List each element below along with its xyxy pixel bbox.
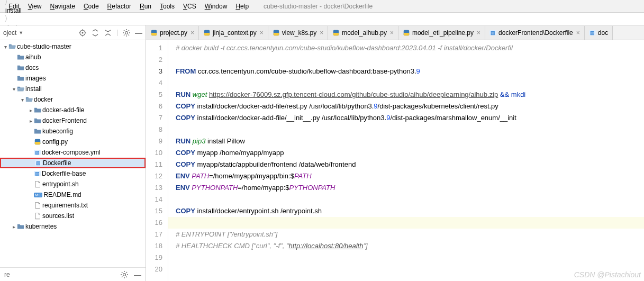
tab-doc[interactable]: ▧doc [585,26,613,40]
svg-rect-11 [151,33,157,35]
menu-refactor[interactable]: Refactor [103,2,135,11]
window-title: cube-studio-master - docker\Dockerfile [264,3,373,10]
tree-label: Dockerfile-base [42,170,86,177]
tree-label: entrypoint.sh [42,180,79,188]
tree-item-images[interactable]: images [0,73,146,84]
close-icon[interactable]: × [576,29,580,37]
svg-point-9 [123,273,126,276]
expand-icon[interactable] [91,29,99,37]
gear-icon[interactable] [122,29,131,37]
tab-label: project.py [160,29,187,37]
tree-arrow[interactable]: ▸ [28,118,34,124]
tree-arrow[interactable]: ▸ [28,107,34,113]
close-icon[interactable]: × [191,29,194,37]
tab-model-etl-pipeline-py[interactable]: model_etl_pipeline.py× [398,26,485,40]
menu-vcs[interactable]: VCS [179,2,201,11]
project-tree[interactable]: ▾cube-studio-masteraihubdocsimages▾insta… [0,40,146,267]
tab-label: dockerFrontend\Dockerfile [498,29,573,37]
tab-jinja-context-py[interactable]: jinja_context.py× [199,26,268,40]
close-icon[interactable]: × [477,29,480,37]
tree-label: Dockerfile [43,159,71,167]
menu-tools[interactable]: Tools [156,2,179,11]
svg-rect-15 [274,33,279,35]
tree-item-kubernetes[interactable]: ▸kubernetes [0,221,146,232]
menu-help[interactable]: Help [231,2,253,11]
tree-label: docker-add-file [42,106,84,114]
divider: | [116,29,118,37]
tree-label: cube-studio-master [17,43,71,50]
project-sidebar: oject ▼ | — ▾cube-studio-masteraihubdocs… [0,25,146,281]
sidebar-title: oject [3,29,16,37]
tree-item-dockerfile[interactable]: ▧Dockerfile [0,158,146,168]
tab-dockerfrontend-dockerfile[interactable]: ▧dockerFrontend\Dockerfile× [485,26,585,40]
target-icon[interactable] [78,29,87,37]
tree-label: aihub [25,53,41,61]
tree-item-config-py[interactable]: config.py [0,137,146,147]
tree-item-requirements-txt[interactable]: requirements.txt [0,200,146,211]
tree-item-docker-add-file[interactable]: ▸docker-add-file [0,105,146,115]
tab-view-k8s-py[interactable]: view_k8s.py× [268,26,328,40]
hide-icon[interactable]: — [134,270,141,279]
editor-tabs: project.py×jinja_context.py×view_k8s.py×… [146,25,644,40]
close-icon[interactable]: × [320,29,323,37]
tree-label: docs [25,64,39,71]
menu-bar: EditViewNavigateCodeRefactorRunToolsVCSW… [0,0,644,13]
tree-label: requirements.txt [42,202,88,209]
sidebar-footer: re — [0,267,146,281]
svg-rect-13 [204,33,210,35]
tree-arrow[interactable]: ▾ [2,44,8,50]
tree-item-aihub[interactable]: aihub [0,52,146,62]
tab-label: model_aihub.py [342,29,387,37]
menu-code[interactable]: Code [79,2,103,11]
tab-model-aihub-py[interactable]: model_aihub.py× [328,26,398,40]
tab-label: jinja_context.py [213,29,257,37]
svg-rect-17 [333,33,339,35]
tree-item-entrypoint-sh[interactable]: entrypoint.sh [0,179,146,189]
code-content[interactable]: # docker build -t ccr.ccs.tencentyun.com… [168,40,644,281]
tree-item-dockerfile-base[interactable]: ▧Dockerfile-base [0,168,146,179]
tree-label: docker-compose.yml [42,149,101,156]
line-gutter: 1234567891011121314151617181920 [146,40,168,281]
gear-icon[interactable] [120,270,129,279]
tree-item-cube-studio-master[interactable]: ▾cube-studio-master [0,41,146,52]
tree-item-kubeconfig[interactable]: kubeconfig [0,126,146,137]
tree-item-docker-compose-yml[interactable]: ▧docker-compose.yml [0,147,146,158]
tree-item-install[interactable]: ▾install [0,84,146,94]
tree-item-docker[interactable]: ▾docker [0,94,146,105]
svg-point-1 [81,32,83,33]
tree-item-readme-md[interactable]: MDREADME.md [0,189,146,200]
menu-navigate[interactable]: Navigate [46,2,79,11]
close-icon[interactable]: × [260,29,264,37]
tree-label: kubernetes [25,223,57,230]
tree-label: kubeconfig [42,128,73,135]
svg-rect-8 [35,142,41,144]
tab-label: model_etl_pipeline.py [412,29,474,37]
collapse-icon[interactable] [104,29,112,37]
breadcrumb-bar: dio-master〉install〉docker〉▧ Dockerfile [0,13,644,25]
tree-label: docker [34,96,53,103]
tree-arrow[interactable]: ▾ [11,86,17,92]
code-editor[interactable]: 1234567891011121314151617181920 # docker… [146,40,644,281]
close-icon[interactable]: × [390,29,394,37]
breadcrumb-item[interactable]: install [3,7,44,14]
dropdown-icon[interactable]: ▼ [19,30,23,35]
tab-project-py[interactable]: project.py× [146,26,199,40]
tree-label: sources.list [42,212,74,220]
tree-label: config.py [42,138,68,146]
hide-icon[interactable]: — [135,29,142,37]
sidebar-toolbar: oject ▼ | — [0,25,146,40]
tree-label: install [25,85,42,93]
tab-label: view_k8s.py [282,29,316,37]
svg-rect-19 [404,33,410,35]
menu-run[interactable]: Run [135,2,156,11]
tab-label: doc [598,29,608,37]
menu-window[interactable]: Window [201,2,232,11]
tree-label: dockerFrontend [42,117,87,124]
tree-item-sources-list[interactable]: sources.list [0,211,146,221]
tree-arrow[interactable]: ▾ [19,97,25,103]
tree-arrow[interactable]: ▸ [11,224,17,230]
svg-point-6 [125,31,128,34]
tree-item-dockerfrontend[interactable]: ▸dockerFrontend [0,115,146,126]
tree-item-docs[interactable]: docs [0,62,146,73]
tree-label: images [25,75,46,82]
